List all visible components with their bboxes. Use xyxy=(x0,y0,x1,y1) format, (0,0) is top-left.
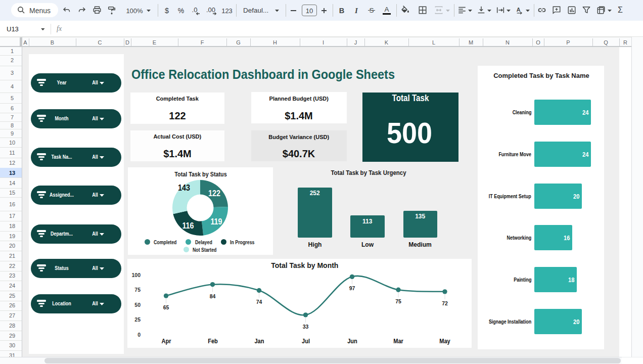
svg-text:A: A xyxy=(517,7,521,13)
